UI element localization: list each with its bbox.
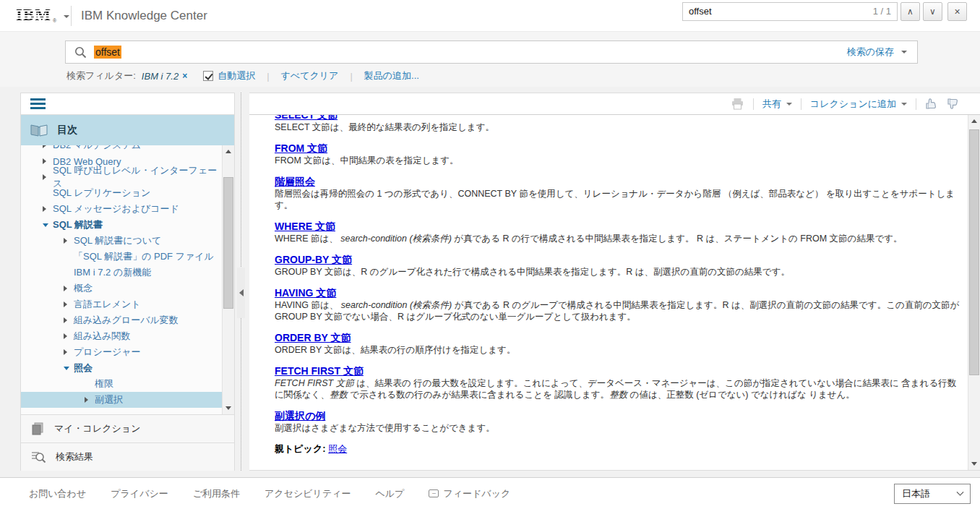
toc-tree-item[interactable]: 言語エレメント <box>21 296 222 312</box>
scroll-up-icon[interactable] <box>968 115 980 127</box>
panel-splitter[interactable] <box>241 93 241 471</box>
chevron-left-icon <box>239 289 244 296</box>
footer-link-help[interactable]: ヘルプ <box>376 487 405 500</box>
sidebar-item-search-results[interactable]: 検索結果 <box>21 442 234 471</box>
footer-link-terms[interactable]: ご利用条件 <box>193 487 240 500</box>
find-previous-button[interactable]: ∧ <box>901 2 920 21</box>
sidebar-scrollbar[interactable] <box>222 145 234 414</box>
find-query-text: offset <box>689 6 712 17</box>
expand-twisty-icon[interactable] <box>43 206 53 212</box>
find-next-button[interactable]: ∨ <box>923 2 942 21</box>
toc-tree-item-label: SQL 解説書について <box>74 234 161 247</box>
auto-select-label[interactable]: 自動選択 <box>218 69 255 82</box>
toc-tree-item[interactable]: 権限 <box>21 376 222 392</box>
scrollbar-thumb[interactable] <box>969 129 979 375</box>
footer-link-contact[interactable]: お問い合わせ <box>29 487 86 500</box>
page-title: IBM Knowledge Center <box>81 0 207 32</box>
topic-section: 副選択の例副選択はさまざまな方法で使用することができます。 <box>275 409 963 434</box>
topic-link[interactable]: FETCH FIRST 文節 <box>275 365 364 377</box>
toc-tree-item[interactable]: 組み込みグローバル変数 <box>21 312 222 328</box>
find-match-count: 1 / 1 <box>873 6 891 17</box>
content-scrollbar[interactable] <box>968 115 980 470</box>
auto-select-checkbox[interactable] <box>203 71 213 81</box>
find-input[interactable]: offset 1 / 1 <box>682 2 898 21</box>
expand-twisty-icon[interactable] <box>64 349 74 355</box>
add-product-button[interactable]: 製品の追加... <box>364 69 419 82</box>
scroll-up-icon[interactable] <box>223 145 234 158</box>
remove-filter-icon[interactable]: × <box>182 71 187 81</box>
top-header: IBM ® IBM Knowledge Center offset 1 / 1 … <box>0 0 980 32</box>
expand-twisty-icon[interactable] <box>64 301 74 307</box>
toc-header[interactable]: 目次 <box>21 115 234 145</box>
toc-tree: DB2 マルチシステムDB2 Web QuerySQL 呼び出しレベル・インター… <box>21 145 234 408</box>
expand-twisty-icon[interactable] <box>43 174 53 180</box>
topic-desc: 副選択はさまざまな方法で使用することができます。 <box>275 422 963 434</box>
collapse-twisty-icon[interactable] <box>64 367 74 370</box>
topic-desc: WHERE 節は、 search-condition (検索条件) が真である … <box>275 233 963 244</box>
toc-title: 目次 <box>57 124 77 137</box>
language-value: 日本語 <box>902 487 930 500</box>
expand-twisty-icon[interactable] <box>85 397 95 403</box>
toc-tree-item[interactable]: DB2 マルチシステム <box>21 145 222 153</box>
share-button[interactable]: 共有 <box>762 98 792 111</box>
expand-twisty-icon[interactable] <box>64 286 74 291</box>
print-icon[interactable] <box>731 98 744 110</box>
topic-link[interactable]: WHERE 文節 <box>275 221 335 233</box>
thumbs-up-icon[interactable] <box>925 98 938 110</box>
footer-link-accessibility[interactable]: アクセシビリティー <box>265 487 351 500</box>
expand-twisty-icon[interactable] <box>43 158 53 164</box>
save-search-button[interactable]: 検索の保存 <box>847 46 894 59</box>
topic-section: 階層照会階層照会は再帰的照会の 1 つの形式であり、CONNECT BY 節を使… <box>275 175 963 211</box>
topic-link[interactable]: SELECT 文節 <box>275 115 338 121</box>
chevron-down-icon[interactable] <box>901 51 907 54</box>
menu-icon[interactable] <box>30 98 46 109</box>
toc-tree-item[interactable]: SQL 解説書について <box>21 233 222 249</box>
toc-tree-item[interactable]: 概念 <box>21 281 222 296</box>
topic-sections: SELECT 文節SELECT 文節は、最終的な結果表の列を指定します。FROM… <box>275 115 963 434</box>
toc-tree-item[interactable]: 組み込み関数 <box>21 328 222 344</box>
search-results-label: 検索結果 <box>56 450 93 463</box>
ibm-brand-menu[interactable]: IBM ® <box>16 7 69 24</box>
toc-tree-item-label: プロシージャー <box>74 346 141 359</box>
find-close-button[interactable]: × <box>947 2 967 21</box>
expand-twisty-icon[interactable] <box>64 238 74 244</box>
toc-tree-item[interactable]: SQL 解説書 <box>21 217 222 233</box>
toc-tree-item[interactable]: IBM i 7.2 の新機能 <box>21 265 222 281</box>
topic-link[interactable]: FROM 文節 <box>275 142 327 155</box>
toc-tree-item[interactable]: SQL 呼び出しレベル・インターフェース <box>21 169 222 185</box>
clear-all-button[interactable]: すべてクリア <box>281 69 339 82</box>
ibm-logo: IBM <box>16 7 51 24</box>
footer-link-privacy[interactable]: プライバシー <box>111 487 168 500</box>
toc-tree-item[interactable]: 副選択 <box>21 392 222 408</box>
toc-tree-item[interactable]: SQL メッセージおよびコード <box>21 201 222 217</box>
language-select[interactable]: 日本語 <box>894 484 971 504</box>
toc-tree-item[interactable]: プロシージャー <box>21 344 222 360</box>
topic-desc: HAVING 節は、 search-condition (検索条件) が真である… <box>275 299 963 322</box>
topic-body: SELECT 文節SELECT 文節は、最終的な結果表の列を指定します。FROM… <box>249 115 968 470</box>
topic-link[interactable]: 副選択の例 <box>275 410 325 422</box>
expand-twisty-icon[interactable] <box>64 317 74 323</box>
collapse-twisty-icon[interactable] <box>43 223 53 227</box>
toc-tree-item[interactable]: 「SQL 解説書」の PDF ファイル <box>21 249 222 265</box>
topic-link[interactable]: GROUP-BY 文節 <box>275 254 352 266</box>
thumbs-down-icon[interactable] <box>947 98 960 110</box>
parent-topic-link[interactable]: 照会 <box>328 443 347 454</box>
toc-tree-item[interactable]: 照会 <box>21 360 222 376</box>
footer-link-feedback[interactable]: フィードバック <box>429 487 510 500</box>
scroll-down-icon[interactable] <box>223 402 234 414</box>
topic-link[interactable]: 階層照会 <box>275 176 315 188</box>
topic-link[interactable]: HAVING 文節 <box>275 287 336 299</box>
share-label: 共有 <box>762 98 781 111</box>
expand-twisty-icon[interactable] <box>64 333 74 339</box>
topic-section: HAVING 文節HAVING 節は、 search-condition (検索… <box>275 286 963 322</box>
collapse-sidebar-handle[interactable] <box>237 268 245 318</box>
close-icon: × <box>954 6 960 17</box>
sidebar-item-my-collections[interactable]: マイ・コレクション <box>21 414 234 442</box>
expand-twisty-icon[interactable] <box>43 145 53 148</box>
topic-desc: SELECT 文節は、最終的な結果表の列を指定します。 <box>275 121 963 133</box>
search-input[interactable]: offset 検索の保存 <box>65 40 918 64</box>
scroll-down-icon[interactable] <box>968 458 980 470</box>
add-to-collection-button[interactable]: コレクションに追加 <box>810 98 907 111</box>
scrollbar-thumb[interactable] <box>223 177 233 309</box>
topic-link[interactable]: ORDER BY 文節 <box>275 332 351 344</box>
